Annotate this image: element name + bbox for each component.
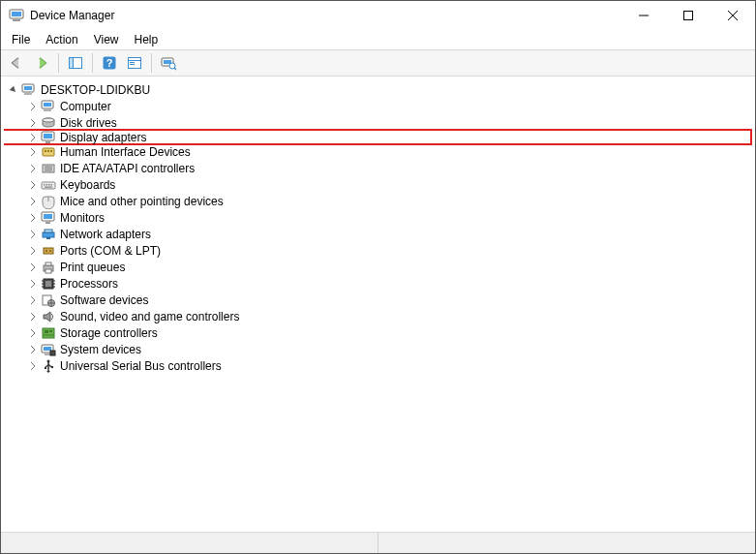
- tree-item-label: Display adapters: [60, 131, 150, 144]
- collapse-icon[interactable]: [8, 84, 19, 96]
- monitor-icon: [41, 210, 56, 226]
- expand-icon[interactable]: [27, 179, 39, 191]
- svg-rect-13: [130, 62, 135, 63]
- expand-icon[interactable]: [27, 117, 39, 129]
- expand-icon[interactable]: [27, 278, 39, 290]
- toolbar-back-button[interactable]: [5, 51, 28, 75]
- mouse-icon: [41, 194, 56, 209]
- disk-icon: [41, 115, 56, 131]
- expand-icon[interactable]: [27, 360, 39, 372]
- menubar: File Action View Help: [1, 30, 755, 49]
- tree-item[interactable]: Ports (COM & LPT): [4, 242, 752, 259]
- usb-icon: [41, 358, 56, 374]
- tree-item-label: System devices: [60, 343, 145, 356]
- expand-icon[interactable]: [27, 101, 39, 112]
- tree-item[interactable]: Print queues: [4, 259, 752, 275]
- network-icon: [41, 227, 56, 242]
- storage-icon: [41, 325, 56, 341]
- tree-root-label: DESKTOP-LDIDKBU: [41, 83, 154, 97]
- toolbar-scan-button[interactable]: [157, 51, 180, 75]
- tree-item-label: Storage controllers: [60, 326, 162, 340]
- tree-item-label: IDE ATA/ATAPI controllers: [60, 162, 198, 175]
- svg-rect-4: [684, 12, 693, 20]
- expand-icon[interactable]: [27, 245, 39, 257]
- svg-rect-1: [12, 12, 21, 16]
- tree-item-label: Universal Serial Bus controllers: [60, 359, 226, 373]
- tree-item-label: Human Interface Devices: [60, 145, 195, 159]
- window-title: Device Manager: [30, 9, 114, 22]
- tree-item[interactable]: IDE ATA/ATAPI controllers: [4, 160, 752, 176]
- tree-item[interactable]: Monitors: [4, 209, 752, 226]
- tree-item[interactable]: Computer: [4, 98, 752, 114]
- ide-icon: [41, 161, 56, 176]
- tree-item-label: Keyboards: [60, 178, 119, 192]
- menu-file[interactable]: File: [5, 31, 37, 48]
- display-icon: [41, 130, 56, 145]
- tree-item[interactable]: Universal Serial Bus controllers: [4, 357, 752, 374]
- expand-icon[interactable]: [27, 311, 39, 323]
- tree-item[interactable]: System devices: [4, 341, 752, 357]
- hid-icon: [41, 144, 56, 160]
- expand-icon[interactable]: [27, 294, 39, 306]
- tree-item-label: Software devices: [60, 293, 152, 307]
- tree-root[interactable]: DESKTOP-LDIDKBU: [4, 81, 752, 98]
- toolbar-separator: [92, 53, 93, 73]
- toolbar-help-button[interactable]: ?: [98, 51, 121, 75]
- tree-item[interactable]: Human Interface Devices: [4, 143, 752, 160]
- menu-view[interactable]: View: [87, 31, 126, 48]
- tree-item[interactable]: Software devices: [4, 292, 752, 308]
- expand-icon[interactable]: [27, 327, 39, 339]
- tree-item[interactable]: Sound, video and game controllers: [4, 308, 752, 324]
- keyboard-icon: [41, 177, 56, 193]
- computer-icon: [41, 99, 56, 114]
- expand-icon[interactable]: [27, 132, 39, 143]
- computer-root-icon: [21, 82, 37, 98]
- tree-item[interactable]: Storage controllers: [4, 324, 752, 341]
- printer-icon: [41, 260, 56, 275]
- minimize-button[interactable]: [621, 1, 666, 30]
- tree-item-label: Print queues: [60, 261, 129, 274]
- svg-line-18: [174, 68, 176, 70]
- svg-rect-20: [24, 86, 32, 90]
- svg-rect-14: [130, 64, 135, 65]
- expand-icon[interactable]: [27, 196, 39, 207]
- toolbar-console-tree-button[interactable]: [64, 51, 87, 75]
- device-tree[interactable]: DESKTOP-LDIDKBU ComputerDisk drivesDispl…: [3, 78, 753, 530]
- expand-icon[interactable]: [27, 344, 39, 355]
- tree-item[interactable]: Mice and other pointing devices: [4, 193, 752, 209]
- close-button[interactable]: [711, 1, 755, 30]
- titlebar: Device Manager: [1, 1, 755, 30]
- expand-icon[interactable]: [27, 163, 39, 174]
- toolbar: ?: [1, 49, 755, 77]
- toolbar-separator: [58, 53, 59, 73]
- svg-text:?: ?: [106, 57, 113, 69]
- svg-rect-21: [24, 93, 32, 95]
- toolbar-forward-button[interactable]: [30, 51, 53, 75]
- tree-item-label: Network adapters: [60, 228, 155, 241]
- sound-icon: [41, 309, 56, 324]
- cpu-icon: [41, 276, 56, 292]
- expand-icon[interactable]: [27, 229, 39, 240]
- status-cell: [378, 533, 755, 553]
- tree-item-label: Monitors: [60, 211, 108, 225]
- tree-item[interactable]: Network adapters: [4, 226, 752, 242]
- tree-item-label: Disk drives: [60, 116, 121, 130]
- port-icon: [41, 243, 56, 259]
- status-cell: [1, 533, 378, 553]
- menu-action[interactable]: Action: [39, 31, 84, 48]
- tree-item-label: Sound, video and game controllers: [60, 310, 243, 323]
- expand-icon[interactable]: [27, 146, 39, 158]
- maximize-button[interactable]: [666, 1, 711, 30]
- svg-rect-2: [13, 19, 20, 21]
- svg-rect-8: [70, 58, 74, 69]
- tree-item-label: Computer: [60, 100, 115, 113]
- expand-icon[interactable]: [27, 262, 39, 273]
- tree-item-label: Mice and other pointing devices: [60, 195, 227, 208]
- toolbar-separator: [151, 53, 152, 73]
- toolbar-properties-button[interactable]: [123, 51, 146, 75]
- expand-icon[interactable]: [27, 212, 39, 224]
- tree-item[interactable]: Processors: [4, 275, 752, 292]
- statusbar: [1, 532, 755, 553]
- menu-help[interactable]: Help: [128, 31, 166, 48]
- tree-item[interactable]: Keyboards: [4, 176, 752, 193]
